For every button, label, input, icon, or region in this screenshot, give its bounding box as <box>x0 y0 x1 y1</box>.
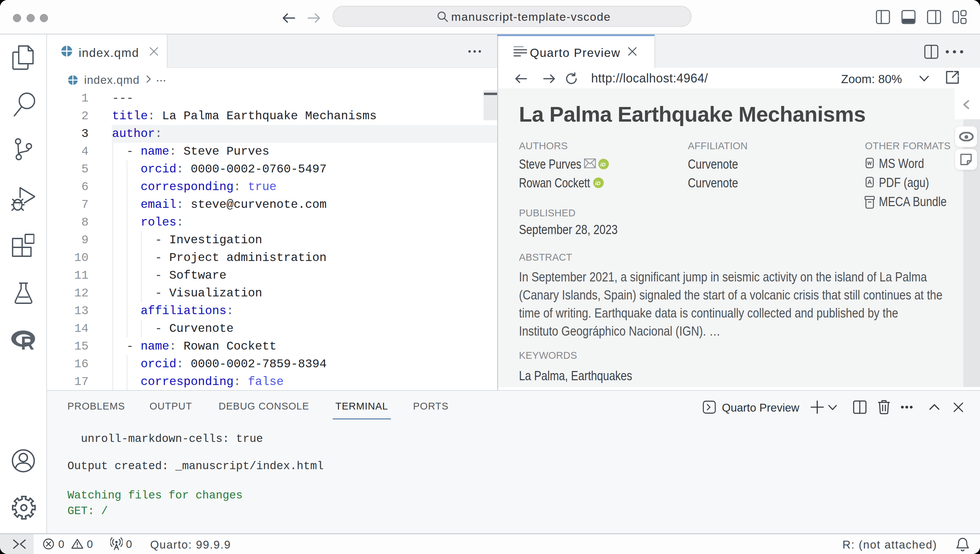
svg-text:iD: iD <box>595 180 601 186</box>
svg-text:iD: iD <box>600 161 606 167</box>
svg-text:R: R <box>21 332 34 351</box>
svg-text:W: W <box>867 160 872 166</box>
